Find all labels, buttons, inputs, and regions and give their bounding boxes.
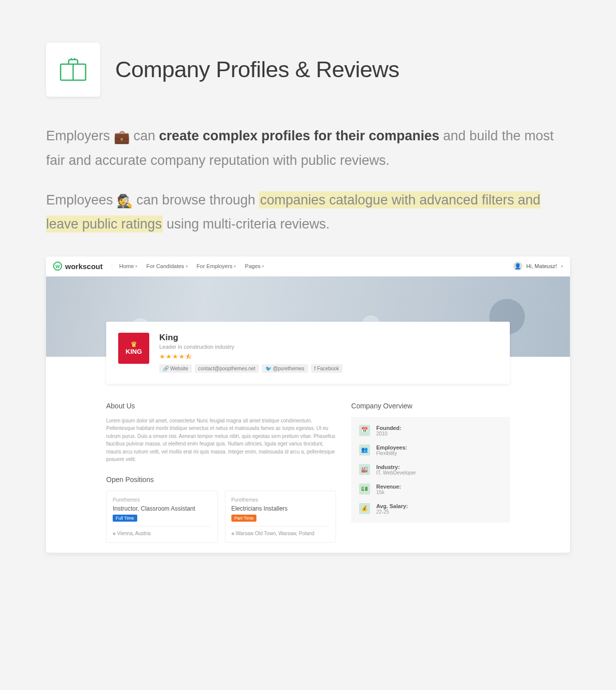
nav-item-candidates[interactable]: For Candidates▾ (146, 263, 187, 269)
nav-item-pages[interactable]: Pages▾ (245, 263, 264, 269)
nav-item-employers[interactable]: For Employers▾ (197, 263, 236, 269)
job-card[interactable]: Purethemes Instructor, Classroom Assista… (106, 491, 218, 543)
logo-mark: w (53, 262, 62, 271)
job-card[interactable]: Purethemes Electricians Installers Part … (225, 491, 337, 543)
people-icon: 👥 (359, 444, 370, 455)
chip-website[interactable]: 🔗 Website (159, 364, 192, 373)
job-company: Purethemes (231, 497, 330, 503)
salary-icon: 💰 (359, 503, 370, 514)
product-screenshot: w workscout Home▾ For Candidates▾ For Em… (46, 257, 570, 553)
hero-banner: ♛ KING King Leader in construction indus… (46, 277, 570, 357)
rating-stars: ★★★★⯪ (159, 353, 343, 360)
chip-twitter[interactable]: 🐦 @purethemes (262, 364, 308, 373)
job-type-tag: Full Time (113, 515, 137, 522)
avatar: 👤 (513, 262, 522, 271)
detective-emoji: 🕵️ (117, 193, 133, 208)
company-name: King (159, 333, 343, 343)
briefcase-icon (60, 58, 87, 81)
intro-paragraph-1: Employers 💼 can create complex profiles … (46, 124, 570, 172)
intro-paragraph-2: Employees 🕵️ can browse through companie… (46, 188, 570, 237)
nav-item-home[interactable]: Home▾ (119, 263, 137, 269)
company-tagline: Leader in construction industry (159, 344, 343, 350)
money-icon: 💵 (359, 484, 370, 495)
main-nav: Home▾ For Candidates▾ For Employers▾ Pag… (112, 263, 264, 269)
crown-icon: ♛ (131, 341, 137, 348)
company-logo: ♛ KING (118, 333, 149, 364)
calendar-icon: 📅 (359, 425, 370, 436)
overview-row: 💰 Avg. Salary:22-25 (351, 499, 510, 519)
overview-box: 📅 Founded:2010 👥 Employees:Flexibility 🏭… (351, 417, 510, 523)
job-title: Electricians Installers (231, 505, 330, 512)
briefcase-emoji: 💼 (114, 129, 130, 144)
positions-title: Open Positions (106, 476, 336, 484)
about-text: Lorem ipsum dolor sit amet, consectetur … (106, 417, 336, 464)
chip-facebook[interactable]: f Facebook (311, 364, 343, 373)
about-title: About Us (106, 402, 336, 410)
brand-logo: w workscout (53, 262, 103, 271)
overview-row: 📅 Founded:2010 (351, 421, 510, 440)
topbar: w workscout Home▾ For Candidates▾ For Em… (46, 257, 570, 277)
company-profile-card: ♛ KING King Leader in construction indus… (106, 322, 510, 384)
job-company: Purethemes (113, 497, 211, 503)
overview-row: 💵 Revenue:15k (351, 480, 510, 499)
overview-title: Company Overview (351, 402, 510, 410)
user-greeting[interactable]: 👤 Hi, Mateusz! ▾ (513, 262, 563, 271)
job-location: ⎈ Vienna, Austria (113, 526, 211, 536)
feature-icon-box (46, 43, 100, 97)
job-type-tag: Part Time (231, 515, 257, 522)
chip-email[interactable]: contact@poopthemes.net (195, 364, 259, 373)
overview-row: 👥 Employees:Flexibility (351, 440, 510, 460)
job-location: ⎈ Warsaw Old Town, Warsaw, Poland (231, 526, 330, 536)
page-title: Company Profiles & Reviews (115, 57, 399, 83)
job-title: Instructor, Classroom Assistant (113, 505, 211, 512)
industry-icon: 🏭 (359, 464, 370, 475)
overview-row: 🏭 Industry:IT, WebDeveloper (351, 460, 510, 480)
